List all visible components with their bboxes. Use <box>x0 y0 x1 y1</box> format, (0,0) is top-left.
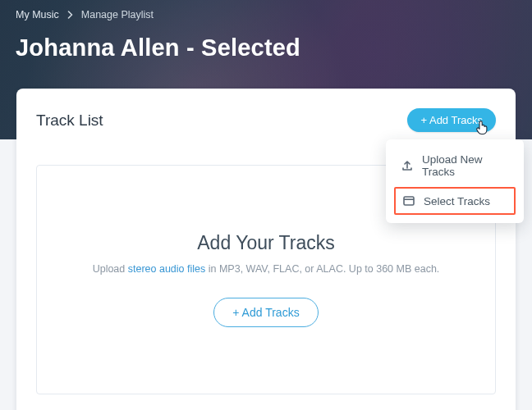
track-list-card: Track List + Add Tracks Add Your Tracks … <box>16 89 516 410</box>
empty-state-sub-prefix: Upload <box>93 263 128 275</box>
breadcrumb: My Music Manage Playlist <box>16 9 154 20</box>
page-title: Johanna Allen - Selected <box>16 34 300 61</box>
add-tracks-cta-button[interactable]: + Add Tracks <box>213 298 318 327</box>
dropdown-item-select-tracks[interactable]: Select Tracks <box>394 187 516 215</box>
card-title: Track List <box>36 112 103 130</box>
chevron-right-icon <box>67 11 73 19</box>
card-header: Track List + Add Tracks <box>36 108 496 132</box>
dropdown-item-upload-new-tracks[interactable]: Upload New Tracks <box>394 148 516 184</box>
select-icon <box>402 194 415 207</box>
svg-rect-0 <box>404 197 414 205</box>
dropdown-item-label: Upload New Tracks <box>422 153 509 178</box>
breadcrumb-current: Manage Playlist <box>81 9 154 20</box>
upload-icon <box>401 159 414 172</box>
empty-state-subtext: Upload stereo audio files in MP3, WAV, F… <box>93 262 440 277</box>
empty-state-heading: Add Your Tracks <box>197 232 335 254</box>
breadcrumb-root-link[interactable]: My Music <box>16 9 59 20</box>
stereo-files-link[interactable]: stereo audio files <box>128 263 206 275</box>
add-tracks-button[interactable]: + Add Tracks <box>407 108 496 132</box>
dropdown-item-label: Select Tracks <box>424 195 490 207</box>
add-tracks-dropdown: Upload New Tracks Select Tracks <box>386 139 524 223</box>
empty-state-sub-suffix: in MP3, WAV, FLAC, or ALAC. Up to 360 MB… <box>205 263 439 275</box>
